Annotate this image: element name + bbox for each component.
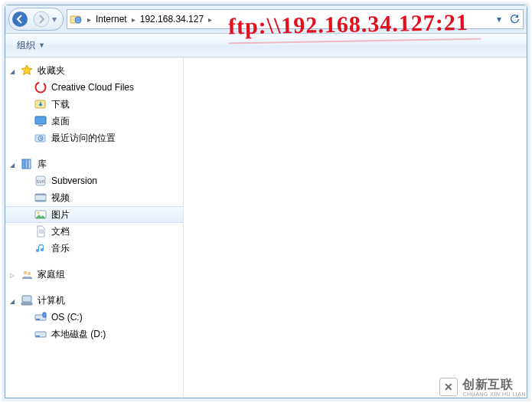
svg-point-0 [12, 11, 28, 27]
svg-point-20 [24, 271, 27, 274]
desktop-icon [34, 115, 47, 127]
libraries-item-music[interactable]: 音乐 [5, 240, 183, 257]
expand-icon[interactable] [10, 160, 18, 168]
tree-label: 视频 [51, 192, 70, 205]
addressbar-dropdown[interactable]: ▾ [492, 14, 506, 25]
chevron-right-icon[interactable]: ▸ [84, 15, 94, 24]
watermark: ✕ 创新互联 CHUANG XIN HU LIAN [439, 377, 526, 397]
svg-point-4 [36, 83, 46, 93]
svg-rect-22 [22, 296, 31, 302]
expand-icon[interactable] [10, 67, 18, 74]
watermark-sub: CHUANG XIN HU LIAN [462, 392, 526, 397]
favorites-item-downloads[interactable]: 下载 [5, 96, 183, 113]
command-bar: 组织 ▼ [5, 34, 527, 57]
svg-point-21 [28, 272, 31, 275]
svg-rect-25 [36, 319, 40, 320]
libraries-item-docs[interactable]: 文档 [5, 223, 183, 240]
svg-rect-12 [28, 159, 31, 169]
tree-label: 计算机 [38, 294, 65, 307]
breadcrumb-internet[interactable]: Internet [96, 10, 127, 28]
tree-group-homegroup: 家庭组 [5, 266, 183, 283]
tree-label: Creative Cloud Files [51, 82, 134, 93]
organize-button[interactable]: 组织 ▼ [10, 36, 52, 54]
libraries-item-svn[interactable]: svn Subversion [5, 172, 183, 189]
nav-history-dropdown[interactable]: ▾ [52, 14, 63, 25]
expand-icon[interactable] [10, 270, 18, 278]
computer-item-c[interactable]: OS (C:) [5, 309, 183, 326]
favorites-root[interactable]: 收藏夹 [5, 62, 183, 79]
image-icon [34, 208, 47, 221]
tree-label: OS (C:) [51, 312, 83, 323]
file-list-pane[interactable] [184, 57, 527, 398]
libraries-item-video[interactable]: 视频 [5, 189, 183, 206]
watermark-brand: 创新互联 [462, 377, 526, 393]
computer-item-d[interactable]: 本地磁盘 (D:) [5, 326, 183, 342]
svg-rect-17 [35, 200, 46, 202]
svg-rect-10 [22, 159, 24, 169]
tree-label: 文档 [51, 225, 70, 238]
star-icon [21, 64, 33, 77]
libraries-item-pictures[interactable]: 图片 [5, 206, 183, 223]
expand-icon[interactable] [10, 297, 18, 304]
svg-rect-16 [35, 194, 46, 195]
svg-rect-23 [21, 303, 32, 305]
music-icon [34, 242, 47, 254]
location-type-icon [69, 12, 83, 26]
computer-icon [21, 294, 33, 306]
tree-label: 下载 [51, 98, 70, 111]
chevron-down-icon: ▼ [38, 41, 45, 49]
cc-icon [34, 81, 47, 93]
titlebar: ▾ ▸ Internet ▸ 192.168.34.127 ▸ ▾ [5, 5, 527, 34]
doc-icon [34, 225, 47, 238]
favorites-item-recent[interactable]: 最近访问的位置 [5, 129, 183, 146]
library-icon [21, 158, 33, 170]
favorites-item-cc[interactable]: Creative Cloud Files [5, 79, 183, 96]
svg-rect-6 [35, 116, 46, 124]
chevron-right-icon[interactable]: ▸ [129, 15, 139, 24]
homegroup-root[interactable]: 家庭组 [5, 266, 183, 283]
tree-label: 桌面 [51, 115, 70, 128]
drive-c-icon [34, 311, 47, 323]
nav-forward-button[interactable] [31, 10, 52, 28]
tree-label: 图片 [51, 208, 70, 221]
svg-point-19 [38, 212, 40, 215]
breadcrumb-host[interactable]: 192.168.34.127 [140, 10, 204, 28]
svg-point-1 [34, 11, 49, 27]
tree-group-computer: 计算机 OS (C:) 本地磁盘 (D:) [5, 292, 183, 342]
svn-icon: svn [34, 175, 47, 187]
tree-label: 本地磁盘 (D:) [51, 328, 106, 341]
tree-label: 最近访问的位置 [51, 132, 116, 145]
svg-rect-26 [43, 313, 46, 317]
svg-rect-7 [38, 125, 43, 126]
svg-rect-11 [25, 159, 28, 169]
nav-back-button[interactable] [9, 10, 31, 28]
refresh-button[interactable] [508, 14, 521, 25]
favorites-item-desktop[interactable]: 桌面 [5, 113, 183, 129]
recent-icon [34, 132, 47, 144]
tree-label: 库 [38, 158, 47, 171]
drive-d-icon [34, 328, 47, 340]
tree-label: 收藏夹 [38, 64, 65, 77]
nav-buttons: ▾ [8, 8, 64, 31]
tree-label: Subversion [51, 175, 97, 186]
svg-text:svn: svn [37, 179, 45, 184]
download-icon [34, 98, 47, 110]
address-bar[interactable]: ▸ Internet ▸ 192.168.34.127 ▸ ▾ [67, 9, 524, 29]
homegroup-icon [21, 268, 33, 280]
computer-root[interactable]: 计算机 [5, 292, 183, 309]
tree-group-libraries: 库 svn Subversion 视频 [5, 156, 183, 257]
organize-label: 组织 [17, 39, 35, 52]
svg-rect-28 [36, 336, 40, 337]
video-icon [34, 192, 47, 204]
libraries-root[interactable]: 库 [5, 156, 183, 172]
tree-label: 音乐 [51, 242, 70, 255]
chevron-right-icon[interactable]: ▸ [205, 15, 215, 24]
tree-label: 家庭组 [38, 268, 65, 281]
tree-group-favorites: 收藏夹 Creative Cloud Files 下载 [5, 62, 183, 146]
navigation-pane[interactable]: 收藏夹 Creative Cloud Files 下载 [5, 57, 184, 398]
watermark-logo-icon: ✕ [439, 378, 458, 396]
